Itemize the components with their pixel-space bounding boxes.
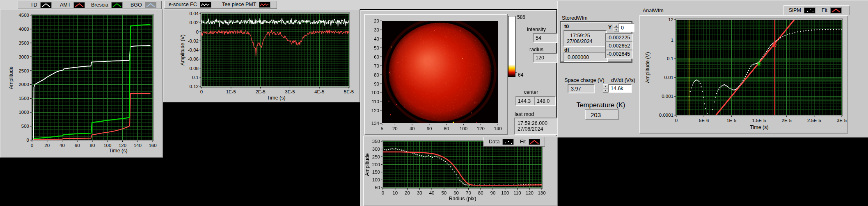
main-chart-legend: TD AMT Brescia BGO	[18, 1, 162, 9]
legend-item-esource-fc[interactable]: e-source FC	[169, 1, 211, 8]
legend-label-amt: AMT	[60, 2, 71, 8]
legend-item-bgo[interactable]: BGO	[131, 2, 156, 8]
legend-item-brescia[interactable]: Brescia	[91, 2, 123, 8]
plot-glyph-brescia[interactable]	[111, 2, 123, 8]
legend-item-tee-piece-pmt[interactable]: Tee piece PMT	[222, 1, 270, 8]
svg-text:2E-5: 2E-5	[782, 118, 792, 123]
svg-text:80: 80	[374, 72, 379, 77]
dt-label: dt	[564, 47, 569, 53]
plot-glyph-bgo[interactable]	[145, 2, 156, 8]
svg-text:60: 60	[453, 190, 459, 195]
last-mod-label: last mod	[515, 111, 534, 117]
svg-text:90: 90	[490, 190, 496, 195]
y-index-spinner[interactable]: ▲▼	[614, 24, 619, 32]
storedwfm-cluster: t0 17:59:25 27/06/2024 dt 0.000000 Y ▲▼ …	[561, 22, 632, 62]
legend-item-anal-fit[interactable]: Fit	[822, 7, 842, 14]
last-mod-value: 17:59:26.000 27/06/2024	[515, 118, 558, 134]
main-rate-chart[interactable]: 0204060801001201401600500100015002000250…	[0, 9, 163, 157]
legend-item-td[interactable]: TD	[30, 2, 52, 8]
legend-label-fit: Fit	[520, 139, 526, 145]
legend-label-data: Data	[489, 139, 499, 145]
dvdt-up-arrow[interactable]: ▲	[603, 84, 608, 88]
svg-text:1E-5: 1E-5	[226, 89, 236, 94]
center-x-value: 144.3	[516, 97, 536, 106]
svg-text:12: 12	[668, 17, 673, 22]
plot-glyph-amt[interactable]	[73, 2, 85, 8]
legend-item-sipm[interactable]: SiPM	[789, 7, 815, 14]
temperature-label: Temperature (K)	[576, 101, 625, 109]
svg-text:140: 140	[494, 126, 502, 131]
y-index-value[interactable]: 0	[619, 24, 634, 32]
beam-image-subpanel: 5204060801001201402030405060708090100110…	[364, 14, 508, 135]
color-scale-max: 586	[517, 14, 525, 20]
svg-text:20: 20	[44, 143, 50, 148]
y-index-up-arrow[interactable]: ▲	[614, 24, 619, 28]
svg-text:Time (s): Time (s)	[267, 95, 285, 101]
labview-front-panel: 0204060801001201401600500100015002000250…	[0, 0, 868, 206]
legend-label-sipm: SiPM	[789, 7, 801, 13]
temperature-value: 203	[585, 110, 619, 120]
svg-text:0.0001: 0.0001	[659, 113, 673, 118]
dvdt-value[interactable]: 14.6k	[609, 84, 632, 93]
svg-text:0: 0	[196, 29, 199, 34]
svg-text:Time (s): Time (s)	[750, 125, 768, 130]
center-y-value: 148.0	[535, 97, 555, 106]
dvdt-down-arrow[interactable]: ▼	[603, 88, 608, 93]
svg-text:0.04: 0.04	[190, 11, 199, 16]
svg-text:Radius (pix): Radius (pix)	[449, 196, 476, 201]
svg-text:4E-5: 4E-5	[314, 89, 324, 94]
svg-text:110: 110	[372, 99, 379, 104]
plot-glyph-anal-fit[interactable]	[830, 7, 842, 14]
plot-glyph-data[interactable]	[502, 139, 514, 145]
svg-text:-0.1: -0.1	[190, 75, 199, 80]
svg-text:Amplitude: Amplitude	[8, 66, 14, 89]
legend-label-anal-fit: Fit	[822, 7, 827, 13]
svg-text:60: 60	[374, 54, 379, 59]
main-rate-chart-panel: 0204060801001201401600500100015002000250…	[0, 9, 163, 158]
svg-text:4000: 4000	[18, 27, 29, 32]
svg-text:10: 10	[392, 190, 398, 195]
esource-chart[interactable]: 01E-52E-53E-54E-55E-50.040.020-0.02-0.04…	[164, 9, 360, 102]
svg-text:Amplitude (V): Amplitude (V)	[180, 34, 186, 66]
plot-glyph-fit[interactable]	[529, 139, 540, 145]
svg-text:3E-5: 3E-5	[837, 118, 847, 123]
svg-text:1000: 1000	[18, 110, 29, 115]
analwfm-title: AnalWfm	[643, 8, 664, 14]
t0-date: 27/06/2024	[567, 38, 593, 44]
space-charge-value: 3.97	[568, 84, 594, 93]
legend-item-data[interactable]: Data	[489, 138, 514, 145]
svg-text:-0.08: -0.08	[188, 66, 199, 71]
svg-text:5: 5	[381, 126, 383, 131]
analwfm-chart[interactable]: 05E-61E-51.5E-52E-52.5E-53E-51210.10.010…	[640, 16, 847, 133]
svg-text:160: 160	[149, 143, 156, 148]
t0-time: 17:59:25	[567, 33, 593, 38]
svg-text:3500: 3500	[18, 41, 29, 45]
svg-text:Amplitude: Amplitude	[364, 153, 370, 176]
dt-value: 0.000000	[564, 53, 607, 61]
svg-text:50: 50	[375, 185, 380, 190]
legend-item-fit[interactable]: Fit	[520, 138, 540, 145]
dvdt-spinner[interactable]: ▲▼	[603, 84, 608, 92]
svg-text:2000: 2000	[18, 82, 29, 87]
svg-text:120: 120	[371, 108, 379, 113]
legend-item-amt[interactable]: AMT	[60, 2, 85, 8]
svg-text:140: 140	[134, 143, 142, 148]
y-index-down-arrow[interactable]: ▼	[614, 28, 619, 32]
plot-glyph-td[interactable]	[40, 2, 52, 8]
svg-text:130: 130	[538, 190, 545, 195]
legend-label-bgo: BGO	[131, 2, 142, 8]
svg-text:30: 30	[374, 27, 379, 32]
svg-text:50: 50	[441, 190, 447, 195]
svg-text:350: 350	[372, 139, 380, 144]
radial-profile-chart[interactable]: 0102030405060708090100110120130501001502…	[364, 136, 557, 206]
esource-chart-panel: 01E-52E-53E-54E-55E-50.040.020-0.02-0.04…	[163, 9, 360, 102]
plot-glyph-sipm[interactable]	[804, 7, 815, 14]
svg-text:2500: 2500	[18, 68, 29, 73]
color-scale-ramp[interactable]	[508, 16, 515, 77]
svg-text:200: 200	[372, 162, 380, 167]
svg-text:0: 0	[27, 138, 29, 143]
svg-text:120: 120	[119, 143, 126, 148]
plot-glyph-esource-fc[interactable]	[200, 2, 211, 8]
beam-image-canvas[interactable]	[382, 21, 498, 123]
plot-glyph-tee-piece-pmt[interactable]	[259, 2, 270, 8]
